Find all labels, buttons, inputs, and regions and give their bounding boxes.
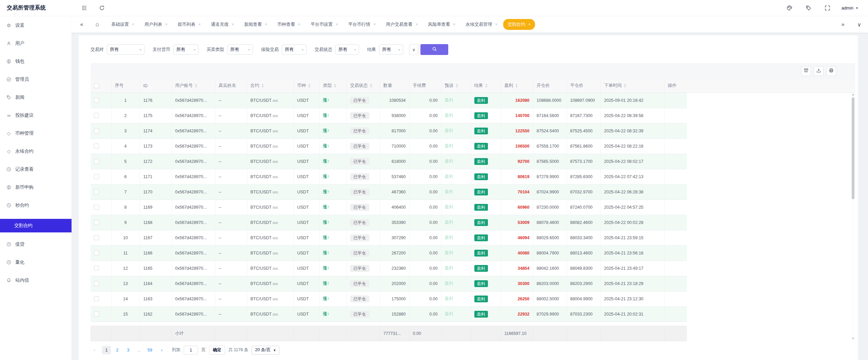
close-icon[interactable]: × — [453, 22, 455, 27]
column-header-contract[interactable]: 合约 — [247, 79, 294, 93]
row-checkbox[interactable] — [94, 235, 99, 240]
row-checkbox[interactable] — [94, 296, 99, 301]
refresh-icon[interactable] — [97, 3, 107, 13]
sidebar-item-10[interactable]: 秒合约 — [0, 196, 72, 214]
sidebar-item-14[interactable]: 站内信 — [0, 271, 72, 289]
scroll-down-icon[interactable]: ▼ — [852, 337, 854, 341]
sort-icon[interactable] — [334, 84, 337, 88]
scroll-tabs-right-icon[interactable]: » — [838, 20, 848, 29]
close-icon[interactable]: × — [495, 22, 497, 27]
sidebar-item-13[interactable]: 量化 — [0, 253, 72, 271]
prev-page-button[interactable]: ‹ — [91, 346, 99, 354]
page-button-3[interactable]: 3 — [124, 346, 133, 354]
close-icon[interactable]: × — [232, 22, 234, 27]
column-header-coin[interactable]: 币种 — [294, 79, 319, 93]
sidebar-item-2[interactable]: 钱包 — [0, 52, 72, 70]
close-icon[interactable]: × — [132, 22, 134, 27]
sort-icon[interactable] — [308, 84, 311, 88]
sidebar-item-1[interactable]: 用户 — [0, 34, 72, 52]
sort-icon[interactable] — [455, 84, 458, 88]
tab-4[interactable]: 新闻查看× — [240, 19, 272, 30]
tab-8[interactable]: 用户交易查看× — [381, 19, 422, 30]
page-button-59[interactable]: 59 — [145, 346, 154, 354]
vertical-scrollbar[interactable]: ▲ ▼ — [851, 93, 855, 341]
filter-select-4[interactable]: 所有▾ — [335, 44, 359, 55]
sidebar-item-3[interactable]: 管理员 — [0, 70, 72, 88]
column-settings-button[interactable] — [801, 66, 811, 76]
filter-select-2[interactable]: 所有▾ — [227, 44, 253, 55]
row-checkbox[interactable] — [94, 311, 99, 317]
page-size-select[interactable]: 20 条/页 ∨ — [252, 346, 279, 355]
select-all-checkbox[interactable] — [94, 83, 99, 88]
row-checkbox[interactable] — [94, 144, 99, 149]
column-header-time[interactable]: 下单时间 — [600, 79, 664, 93]
page-button-1[interactable]: 1 — [102, 346, 111, 354]
close-icon[interactable]: × — [198, 22, 201, 27]
column-header-status[interactable]: 交易状态 — [347, 79, 380, 93]
close-icon[interactable]: × — [415, 22, 418, 27]
sort-icon[interactable] — [624, 84, 627, 88]
scroll-up-icon[interactable]: ▲ — [852, 93, 854, 97]
confirm-button[interactable]: 确定 — [209, 346, 225, 355]
menu-fold-icon[interactable] — [79, 3, 89, 13]
column-header-account[interactable]: 用户账号 — [172, 79, 215, 93]
close-icon[interactable]: × — [298, 22, 300, 27]
column-header-result[interactable]: 结果 — [471, 79, 501, 93]
sort-icon[interactable] — [370, 84, 373, 88]
row-checkbox[interactable] — [94, 189, 99, 194]
tab-2[interactable]: 提币列表× — [173, 19, 205, 30]
tab-5[interactable]: 币种查看× — [273, 19, 305, 30]
tab-10[interactable]: 永续交易管理× — [461, 19, 502, 30]
row-checkbox[interactable] — [94, 205, 99, 210]
tab-menu-chevron-icon[interactable]: ∨ — [854, 20, 864, 29]
tab-1[interactable]: 用户列表× — [140, 19, 172, 30]
sidebar-item-8[interactable]: 记录查看 — [0, 160, 72, 178]
goto-page-input[interactable] — [184, 346, 198, 355]
tab-9[interactable]: 风险率查看× — [423, 19, 460, 30]
row-checkbox[interactable] — [94, 266, 99, 271]
close-icon[interactable]: × — [528, 22, 531, 27]
tab-7[interactable]: 平台币行情× — [344, 19, 380, 30]
print-button[interactable] — [826, 66, 836, 76]
expand-filters-button[interactable]: ∨ — [409, 44, 418, 55]
sidebar-item-9[interactable]: 新币申购 — [0, 178, 72, 196]
row-checkbox[interactable] — [94, 98, 99, 103]
filter-select-5[interactable]: 所有▾ — [379, 44, 403, 55]
row-checkbox[interactable] — [94, 159, 99, 164]
next-page-button[interactable]: › — [158, 346, 166, 354]
sort-icon[interactable] — [261, 84, 264, 88]
theme-palette-icon[interactable] — [785, 3, 795, 13]
sidebar-item-4[interactable]: 新闻 — [0, 88, 72, 106]
row-checkbox[interactable] — [94, 250, 99, 255]
row-checkbox[interactable] — [94, 281, 99, 286]
sidebar-item-12[interactable]: 借贷 — [0, 235, 72, 253]
fullscreen-icon[interactable] — [823, 3, 833, 13]
column-header-type[interactable]: 类型 — [319, 79, 347, 93]
page-button-2[interactable]: 2 — [113, 346, 122, 354]
row-checkbox[interactable] — [94, 174, 99, 179]
filter-select-1[interactable]: 所有▾ — [173, 44, 198, 55]
scrollbar-thumb[interactable] — [852, 97, 854, 199]
sidebar-item-0[interactable]: ⚙设置 — [0, 16, 72, 34]
tab-0[interactable]: 基础设置× — [107, 19, 139, 30]
sidebar-item-7[interactable]: ◇永续合约 — [0, 142, 72, 160]
home-icon[interactable]: ⌂ — [93, 20, 102, 29]
close-icon[interactable]: × — [265, 22, 267, 27]
filter-select-3[interactable]: 所有▾ — [282, 44, 307, 55]
sidebar-item-6[interactable]: ◇币种管理 — [0, 124, 72, 142]
tab-6[interactable]: 平台币设置× — [306, 19, 342, 30]
close-icon[interactable]: × — [373, 22, 376, 27]
sidebar-item-5[interactable]: ∞投拆建议 — [0, 106, 72, 124]
sort-icon[interactable] — [515, 84, 518, 88]
row-checkbox[interactable] — [94, 220, 99, 225]
sort-icon[interactable] — [485, 84, 488, 88]
sidebar-item-11[interactable]: 交割合约 — [0, 219, 72, 232]
close-icon[interactable]: × — [336, 22, 338, 27]
tab-11[interactable]: 交割合约× — [503, 19, 535, 30]
user-menu[interactable]: admin ▼ — [842, 5, 859, 11]
close-icon[interactable]: × — [165, 22, 167, 27]
column-header-profit[interactable]: 盈利 — [501, 79, 533, 93]
row-checkbox[interactable] — [94, 113, 99, 118]
filter-select-0[interactable]: 所有▾ — [107, 44, 144, 55]
sort-icon[interactable] — [195, 84, 198, 88]
